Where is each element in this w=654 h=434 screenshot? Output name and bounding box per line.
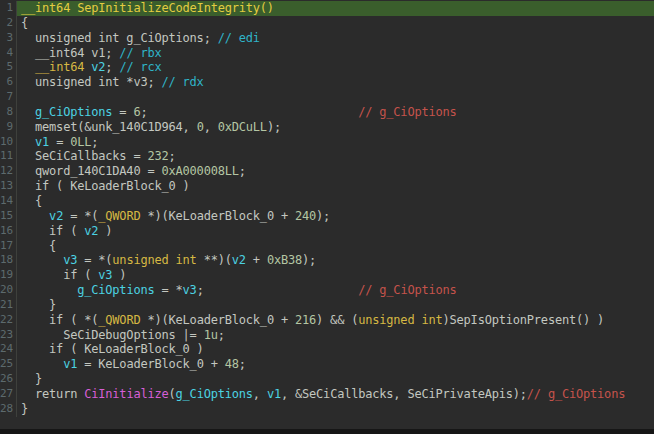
keyword-token[interactable]: _QWORD — [98, 313, 140, 327]
code-text[interactable]: = — [49, 135, 70, 149]
pseudocode-pane[interactable]: 1__int64 SepInitializeCodeIntegrity()2{3… — [0, 0, 654, 434]
code-text[interactable]: = — [112, 105, 133, 119]
comment-token[interactable]: // g_CiOptions — [358, 105, 456, 119]
code-content[interactable]: if ( *(_QWORD *)(KeLoaderBlock_0 + 216) … — [17, 313, 654, 328]
code-text[interactable]: ) — [112, 268, 126, 282]
code-line[interactable]: 22 if ( *(_QWORD *)(KeLoaderBlock_0 + 21… — [0, 313, 654, 328]
code-line[interactable]: 18 v3 = *(unsigned int **)(v2 + 0xB38); — [0, 253, 654, 268]
variable-token[interactable]: v1 — [267, 387, 281, 401]
code-text[interactable]: = * — [154, 283, 182, 297]
number-token[interactable]: 232 — [147, 149, 168, 163]
variable-token[interactable]: v1 — [63, 357, 77, 371]
code-content[interactable]: if ( KeLoaderBlock_0 ) — [17, 179, 654, 194]
variable-token[interactable]: g_CiOptions — [35, 105, 112, 119]
keyword-token[interactable]: __int64 — [35, 60, 84, 74]
code-text[interactable]: ( — [169, 387, 176, 401]
code-text[interactable]: } — [21, 298, 56, 312]
variable-token[interactable]: v3 — [63, 253, 77, 267]
code-content[interactable]: memset(&unk_140C1D964, 0, 0xDCuLL); — [17, 120, 654, 135]
code-text[interactable]: ) && ( — [316, 313, 358, 327]
code-content[interactable]: unsigned int g_CiOptions; // edi — [17, 31, 654, 46]
code-text[interactable]: } — [21, 372, 42, 386]
code-text[interactable]: **)( — [197, 253, 232, 267]
code-text[interactable]: unsigned int *v3; — [21, 75, 162, 89]
number-token[interactable]: 0xB38 — [267, 253, 302, 267]
code-text[interactable]: *)(KeLoaderBlock_0 + — [140, 209, 295, 223]
code-line[interactable]: 23 SeCiDebugOptions |= 1u; — [0, 328, 654, 343]
code-content[interactable]: v1 = KeLoaderBlock_0 + 48; — [17, 357, 654, 372]
function-token[interactable]: CiInitialize — [84, 387, 168, 401]
code-text[interactable]: if ( KeLoaderBlock_0 ) — [21, 342, 204, 356]
code-text[interactable]: = KeLoaderBlock_0 + — [77, 357, 225, 371]
code-line[interactable]: 5 __int64 v2; // rcx — [0, 60, 654, 75]
code-content[interactable]: qword_140C1DA40 = 0xA000008LL; — [17, 164, 654, 179]
code-text[interactable]: , — [253, 387, 267, 401]
number-token[interactable]: 1u — [204, 328, 218, 342]
code-line[interactable]: 15 v2 = *(_QWORD *)(KeLoaderBlock_0 + 24… — [0, 209, 654, 224]
code-content[interactable]: { — [17, 239, 654, 254]
code-text[interactable]: __int64 v1; — [21, 46, 119, 60]
code-line[interactable]: 2{ — [0, 16, 654, 31]
variable-token[interactable]: v2 — [232, 253, 246, 267]
code-text[interactable]: ; — [197, 283, 359, 297]
code-text[interactable]: } — [21, 402, 28, 416]
code-text[interactable]: SeCiCallbacks = — [21, 149, 147, 163]
code-line[interactable]: 12 qword_140C1DA40 = 0xA000008LL; — [0, 164, 654, 179]
code-line[interactable]: 1__int64 SepInitializeCodeIntegrity() — [0, 1, 654, 16]
comment-token[interactable]: // g_CiOptions — [527, 387, 625, 401]
code-text[interactable]: memset(&unk_140C1D964, — [21, 120, 197, 134]
code-text[interactable]: )SepIsOptionPresent() ) — [443, 313, 605, 327]
code-content[interactable] — [17, 90, 654, 105]
code-content[interactable]: v1 = 0LL; — [17, 135, 654, 150]
code-text[interactable]: ; — [239, 357, 246, 371]
code-text[interactable]: ; — [169, 149, 176, 163]
variable-token[interactable]: v3 — [98, 268, 112, 282]
code-text[interactable] — [21, 105, 35, 119]
code-text[interactable]: qword_140C1DA40 = — [21, 164, 162, 178]
code-text[interactable] — [21, 209, 49, 223]
code-line[interactable]: 16 if ( v2 ) — [0, 224, 654, 239]
code-content[interactable]: g_CiOptions = 6; // g_CiOptions — [17, 105, 654, 120]
code-line[interactable]: 4 __int64 v1; // rbx — [0, 46, 654, 61]
code-content[interactable]: } — [17, 372, 654, 387]
code-content[interactable]: { — [17, 16, 654, 31]
code-line[interactable]: 3 unsigned int g_CiOptions; // edi — [0, 31, 654, 46]
comment-token[interactable]: // rcx — [119, 60, 161, 74]
highlighted-code-content[interactable]: __int64 SepInitializeCodeIntegrity() — [17, 1, 654, 16]
code-line[interactable]: 25 v1 = KeLoaderBlock_0 + 48; — [0, 357, 654, 372]
code-text[interactable] — [21, 283, 77, 297]
code-content[interactable]: __int64 v1; // rbx — [17, 46, 654, 61]
code-text[interactable]: if ( — [21, 268, 98, 282]
function-declaration-token[interactable]: __int64 SepInitializeCodeIntegrity() — [21, 1, 274, 15]
code-text[interactable]: *)(KeLoaderBlock_0 + — [140, 313, 295, 327]
variable-token[interactable]: v2 — [49, 209, 63, 223]
number-token[interactable]: 0 — [197, 120, 204, 134]
code-text[interactable]: ; — [218, 328, 225, 342]
code-content[interactable]: SeCiCallbacks = 232; — [17, 149, 654, 164]
code-content[interactable]: unsigned int *v3; // rdx — [17, 75, 654, 90]
code-text[interactable]: if ( *( — [21, 313, 98, 327]
code-line[interactable]: 21 } — [0, 298, 654, 313]
code-content[interactable]: __int64 v2; // rcx — [17, 60, 654, 75]
code-text[interactable]: ); — [267, 120, 281, 134]
variable-token[interactable]: v1 — [35, 135, 49, 149]
code-line[interactable]: 9 memset(&unk_140C1D964, 0, 0xDCuLL); — [0, 120, 654, 135]
code-content[interactable]: return CiInitialize(g_CiOptions, v1, &Se… — [17, 387, 654, 402]
code-text[interactable]: SeCiDebugOptions |= — [21, 328, 204, 342]
code-text[interactable]: = *( — [63, 209, 98, 223]
number-token[interactable]: 0xA000008LL — [162, 164, 239, 178]
comment-token[interactable]: // rbx — [119, 46, 161, 60]
code-line[interactable]: 11 SeCiCallbacks = 232; — [0, 149, 654, 164]
code-line[interactable]: 10 v1 = 0LL; — [0, 135, 654, 150]
code-text[interactable] — [21, 60, 35, 74]
variable-token[interactable]: v2 — [91, 60, 105, 74]
code-text[interactable]: if ( KeLoaderBlock_0 ) — [21, 179, 190, 193]
code-text[interactable]: unsigned int g_CiOptions; — [21, 31, 218, 45]
code-line[interactable]: 26 } — [0, 372, 654, 387]
number-token[interactable]: 48 — [225, 357, 239, 371]
code-line[interactable]: 8 g_CiOptions = 6; // g_CiOptions — [0, 105, 654, 120]
code-text[interactable]: ; — [140, 105, 358, 119]
number-token[interactable]: 0LL — [70, 135, 91, 149]
code-text[interactable]: + — [246, 253, 267, 267]
code-text[interactable]: ; — [239, 164, 246, 178]
